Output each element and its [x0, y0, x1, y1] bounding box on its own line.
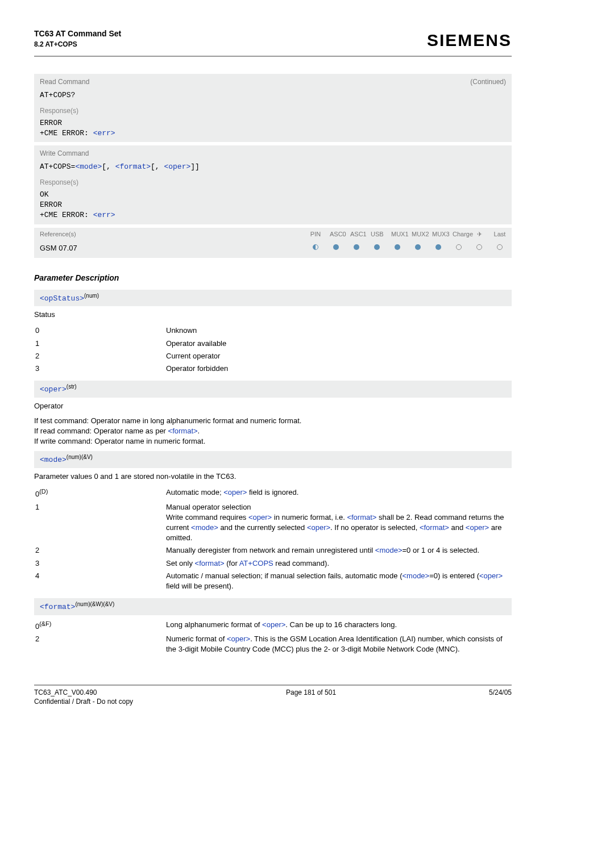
dot-pin — [313, 244, 318, 250]
col-mux3: MUX3 — [432, 230, 445, 239]
mode-v3: Set only <format> (for AT+COPS read comm… — [166, 558, 512, 569]
continued-label: (Continued) — [470, 77, 506, 87]
col-asc0: ASC0 — [330, 230, 342, 239]
m1l2d[interactable]: <format> — [347, 513, 376, 521]
err-link2[interactable]: <err> — [93, 211, 115, 219]
opstatus-link[interactable]: <opStatus> — [40, 294, 84, 303]
m1l1: Manual operator selection — [166, 503, 251, 511]
m2b[interactable]: <mode> — [375, 546, 403, 554]
write-sep1: [, — [102, 162, 115, 171]
write-command-label: Write Command — [40, 149, 89, 158]
write-resp-lines: OK ERROR +CME ERROR: <err> — [34, 189, 512, 224]
format-v0: Long alphanumeric format of <oper>. Can … — [166, 620, 512, 632]
m4d[interactable]: <oper> — [479, 571, 503, 580]
read-command-cmd: AT+COPS? — [34, 89, 512, 104]
mode-table: 0(D) Automatic mode; <oper> field is ign… — [34, 486, 512, 592]
k2: 2 — [34, 351, 166, 361]
table-row: 0(&F) Long alphanumeric format of <oper>… — [34, 619, 512, 633]
write-responses-label: Response(s) — [34, 176, 512, 189]
oper-tag-link[interactable]: <oper> — [40, 385, 67, 394]
v2: Current operator — [166, 351, 512, 361]
m3d[interactable]: AT+COPS — [239, 559, 273, 567]
mode-tag-link[interactable]: <mode> — [40, 456, 67, 465]
m3c: (for — [225, 559, 239, 567]
footer-right: 5/24/05 — [489, 688, 512, 707]
read-resp-line2: +CME ERROR: <err> — [40, 128, 506, 139]
table-row: 1 Manual operator selection Write comman… — [34, 501, 512, 545]
oper-l2c: . — [198, 427, 200, 435]
table-row: 0(D) Automatic mode; <oper> field is ign… — [34, 486, 512, 501]
write-sep2: [, — [151, 162, 164, 171]
v3: Operator forbidden — [166, 364, 512, 374]
col-usb: USB — [371, 230, 383, 239]
opstatus-table: 0Unknown 1Operator available 2Current op… — [34, 324, 512, 375]
m4b[interactable]: <mode> — [402, 571, 429, 580]
format-sup: (num)(&W)(&V) — [75, 601, 114, 607]
opstatus-sup: (num) — [84, 293, 99, 299]
write-command-header: Write Command — [34, 145, 512, 161]
mode-k2: 2 — [34, 545, 166, 556]
format-k2: 2 — [34, 634, 166, 654]
dot-mux2 — [415, 244, 421, 250]
m1l3c: and the currently selected — [218, 523, 307, 532]
read-command-label: Read Command — [40, 77, 89, 87]
m1l3g: and — [449, 523, 466, 532]
oper-title: Operator — [34, 401, 512, 411]
table-row: 0Unknown — [34, 324, 512, 337]
dot-asc1 — [354, 244, 359, 250]
m0b[interactable]: <oper> — [223, 488, 247, 496]
format-v2: Numeric format of <oper>. This is the GS… — [166, 634, 512, 654]
oper-desc: If test command: Operator name in long a… — [34, 416, 512, 447]
f2b[interactable]: <oper> — [227, 635, 250, 643]
k3: 3 — [34, 364, 166, 374]
f0a: Long alphanumeric format of — [166, 620, 262, 629]
format-link[interactable]: <format> — [115, 162, 151, 171]
opstatus-tag: <opStatus>(num) — [34, 290, 512, 307]
v0: Unknown — [166, 326, 512, 336]
write-resp-l1: OK — [40, 190, 506, 200]
mode-v4: Automatic / manual selection; if manual … — [166, 571, 512, 591]
dot-air — [476, 244, 482, 250]
mode-v2: Manually deregister from network and rem… — [166, 545, 512, 556]
table-row: 1Operator available — [34, 337, 512, 350]
write-resp-l2: ERROR — [40, 200, 506, 210]
m1l3b[interactable]: <mode> — [191, 523, 218, 532]
ref-label: Reference(s) — [40, 230, 309, 239]
mode-k0-sup: (D) — [39, 488, 48, 495]
mode-k3: 3 — [34, 558, 166, 569]
mode-link[interactable]: <mode> — [75, 162, 102, 171]
mode-v0: Automatic mode; <oper> field is ignored. — [166, 487, 512, 500]
f0b[interactable]: <oper> — [262, 620, 285, 629]
v1: Operator available — [166, 339, 512, 349]
doc-title: TC63 AT Command Set — [34, 28, 121, 40]
write-prefix: AT+COPS= — [40, 162, 75, 171]
dot-charge — [456, 244, 462, 250]
mode-sup: (num)(&V) — [67, 454, 93, 460]
err-link[interactable]: <err> — [93, 129, 115, 137]
footer-left2: Confidential / Draft - Do not copy — [34, 697, 133, 707]
read-resp-line1: ERROR — [40, 118, 506, 128]
format-link2[interactable]: <format> — [168, 427, 198, 435]
m1l3h[interactable]: <oper> — [466, 523, 489, 532]
oper-sup: (str) — [67, 383, 77, 390]
page-header: TC63 AT Command Set 8.2 AT+COPS SIEMENS — [34, 28, 512, 57]
ref-dots — [309, 244, 506, 252]
table-row: 4 Automatic / manual selection; if manua… — [34, 570, 512, 592]
m2a: Manually deregister from network and rem… — [166, 546, 375, 554]
m1l3f[interactable]: <format> — [420, 523, 449, 532]
m1l2b[interactable]: <oper> — [248, 513, 272, 521]
format-tag-link[interactable]: <format> — [40, 603, 75, 611]
m1l3d[interactable]: <oper> — [307, 523, 330, 532]
reference-block: Reference(s) PIN ASC0 ASC1 USB MUX1 MUX2… — [34, 228, 512, 258]
format-tag: <format>(num)(&W)(&V) — [34, 598, 512, 615]
m3b[interactable]: <format> — [195, 559, 225, 567]
format-k0: 0(&F) — [34, 620, 166, 632]
dot-asc0 — [333, 244, 339, 250]
oper-link[interactable]: <oper> — [164, 162, 190, 171]
oper-l1: If test command: Operator name in long a… — [34, 416, 301, 425]
oper-tag: <oper>(str) — [34, 381, 512, 398]
m2c: =0 or 1 or 4 is selected. — [403, 546, 480, 554]
format-table: 0(&F) Long alphanumeric format of <oper>… — [34, 619, 512, 656]
m1l2c: in numeric format, i.e. — [272, 513, 347, 521]
table-row: 2Current operator — [34, 350, 512, 362]
